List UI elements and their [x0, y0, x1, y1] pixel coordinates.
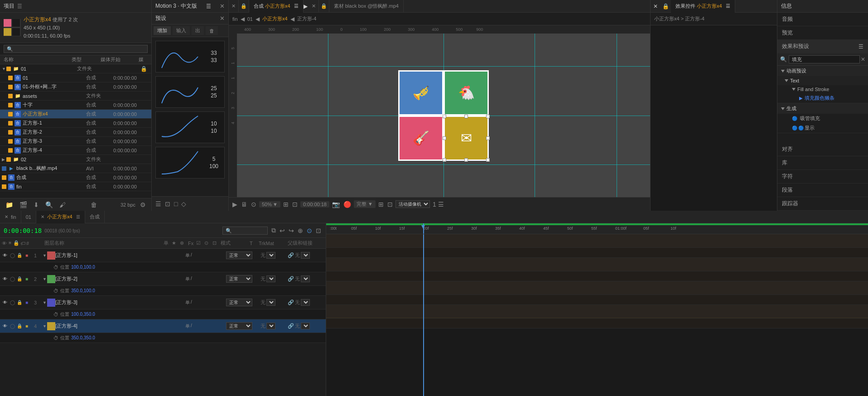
motion-btn-2[interactable]: ⊡	[164, 199, 171, 208]
toolbar-stereo-icon[interactable]: ⊡	[386, 200, 394, 209]
motion-menu-icon[interactable]: ☰	[206, 3, 211, 10]
layer-row-1[interactable]: 👁 ◯ 🔒 ■ 1 ▼ [正方形-1] 单 /	[0, 249, 326, 262]
stopwatch-icon-2[interactable]: ⏱	[53, 288, 58, 294]
tracker-section[interactable]: 跟踪器	[777, 197, 868, 211]
toolbar-full-icon[interactable]: ⊞	[377, 200, 385, 209]
nav-prev2-btn[interactable]: ◀	[256, 16, 260, 22]
solo-icon-4[interactable]: ◯	[9, 323, 15, 329]
toolbar-safe-zones-icon[interactable]: ⊡	[291, 200, 299, 209]
effects-tab-main[interactable]: 效果控件 小正方形x4 ☰	[671, 0, 735, 13]
layer-4-trk-select[interactable]	[266, 323, 275, 329]
motion-close-btn[interactable]: ✕	[220, 3, 225, 10]
lock-icon-4[interactable]: 🔒	[16, 323, 23, 329]
effects-menu-icon[interactable]: ☰	[858, 43, 863, 50]
eye-icon-2[interactable]: 👁	[2, 276, 8, 282]
close-icon-2[interactable]: ✕	[312, 3, 316, 9]
layer-4-expand[interactable]: ▼	[43, 324, 47, 328]
layer-1-expand[interactable]: ▼	[43, 253, 47, 258]
eye-icon-1[interactable]: 👁	[2, 252, 8, 259]
tl-icon-2[interactable]: ↩	[279, 226, 286, 235]
viewer-tab-menu-icon[interactable]: ☰	[294, 3, 299, 9]
list-item[interactable]: 合 fin 合成 0:00:00:00	[0, 182, 151, 191]
tl-icon-6[interactable]: ⊡	[315, 226, 322, 235]
paint-btn[interactable]: 🖌	[58, 200, 68, 209]
layer-1-parent-select[interactable]	[301, 252, 310, 259]
display-item[interactable]: 🔵 🔵 显示	[777, 123, 868, 133]
label-icon-1[interactable]: ■	[24, 252, 30, 259]
layer-1-mode-select[interactable]: 正常	[226, 251, 252, 259]
stopwatch-icon-4[interactable]: ⏱	[53, 335, 58, 341]
list-item[interactable]: 合 01-外框+网...字 合成 0:00:00:00	[0, 82, 151, 92]
layer-1-trk-select[interactable]	[266, 252, 275, 259]
effects-search-clear-btn[interactable]: ✕	[861, 56, 865, 63]
timeline-tab-fin[interactable]: ✕ fin	[0, 211, 21, 223]
align-section[interactable]: 对齐	[777, 143, 868, 156]
expand-arrow-icon[interactable]: ▶	[2, 157, 6, 162]
list-item[interactable]: 合 正方形-3 合成 0:00:00:00	[0, 137, 151, 146]
tl-icon-1[interactable]: ⧉	[270, 226, 277, 235]
camera-select[interactable]: 活动摄像机	[395, 200, 430, 208]
stopwatch-icon-3[interactable]: ⏱	[53, 312, 58, 317]
lock-icon-2[interactable]: 🔒	[16, 276, 23, 282]
tab-increase[interactable]: 增加	[154, 26, 171, 35]
tab-delete[interactable]: 🗑	[206, 26, 218, 35]
motion-btn-3[interactable]: □	[173, 199, 178, 208]
solo-icon-3[interactable]: ◯	[9, 299, 15, 306]
char-section[interactable]: 字符	[777, 170, 868, 184]
solo-icon-2[interactable]: ◯	[9, 276, 15, 282]
paragraph-section[interactable]: 段落	[777, 184, 868, 197]
layer-3-parent-select[interactable]	[301, 299, 310, 306]
list-item[interactable]: 合 合成 合成 0:00:00:00	[0, 173, 151, 182]
layer-2-trk-select[interactable]	[266, 275, 275, 282]
layer-4-mode-select[interactable]: 正常	[226, 322, 252, 330]
lock-icon-3[interactable]: 🔒	[16, 299, 23, 306]
list-item[interactable]: 合 正方形-2 合成 0:00:00:00	[0, 128, 151, 137]
timeline-tab-hecheng[interactable]: 合成	[85, 211, 105, 223]
layer-2-mode-select[interactable]: 正常	[226, 275, 252, 283]
tl-icon-4[interactable]: ⊕	[297, 226, 304, 235]
preview-section[interactable]: 预览	[777, 26, 868, 40]
label-icon-3[interactable]: ■	[24, 299, 30, 306]
tl-icon-5[interactable]: ⊙	[306, 226, 313, 235]
fill-stroke-item[interactable]: Fill and Stroke	[777, 85, 868, 93]
layer-row-3[interactable]: 👁 ◯ 🔒 ■ 3 ▼ [正方形-3] 单 /	[0, 296, 326, 309]
layer-3-trk-select[interactable]	[266, 299, 275, 306]
layer-row-2[interactable]: 👁 ◯ 🔒 ■ 2 ▼ [正方形-2] 单 /	[0, 272, 326, 286]
library-section[interactable]: 库	[777, 156, 868, 170]
list-item[interactable]: ▶ black b...枫醉.mp4 AVI 0:00:00:00	[0, 164, 151, 173]
toolbar-ram-icon[interactable]: ▶	[231, 200, 238, 209]
render-btn[interactable]: ⚙	[138, 200, 148, 209]
viewer-tab-expand[interactable]: ▶	[304, 3, 309, 10]
animation-presets-header[interactable]: 动画预设	[777, 66, 868, 76]
project-menu-icon[interactable]: ☰	[17, 3, 22, 10]
preset-close-btn[interactable]: ✕	[220, 15, 225, 22]
fill-color-item[interactable]: ▶ 填充颜色獭条	[777, 93, 868, 103]
motion-btn-1[interactable]: ☰	[154, 199, 162, 208]
list-item[interactable]: 📁 assets 文件夹	[0, 92, 151, 101]
new-item-btn[interactable]: ⬇	[32, 200, 41, 209]
text-section[interactable]: Text	[777, 76, 868, 85]
close-icon[interactable]: ✕	[231, 3, 236, 9]
effects-presets-section[interactable]: 效果和预设 ☰	[777, 40, 868, 53]
layer-2-parent-select[interactable]	[301, 275, 310, 282]
search-btn[interactable]: 🔍	[43, 200, 55, 209]
list-item[interactable]: 合 小正方形x4 合成 0:00:00:00	[0, 110, 151, 119]
lock-icon-1[interactable]: 🔒	[16, 252, 23, 259]
effects-tab-menu[interactable]: ☰	[726, 3, 730, 9]
list-item[interactable]: ▶ 📁 02 文件夹	[0, 155, 151, 164]
list-item[interactable]: ▼ 📁 01 文件夹 🔒	[0, 64, 151, 73]
zoom-control[interactable]: 50% ▼	[259, 201, 280, 208]
list-item[interactable]: 合 01 合成 0:00:00:00	[0, 73, 151, 82]
new-folder-btn[interactable]: 📁	[4, 200, 15, 209]
timeline-tab-01[interactable]: 01	[21, 211, 36, 223]
layer-row-4[interactable]: 👁 ◯ 🔒 ■ 4 ▼ [正方形-4] 单 /	[0, 319, 326, 333]
layer-3-mode-select[interactable]: 正常	[226, 299, 252, 306]
eye-icon-3[interactable]: 👁	[2, 299, 8, 306]
nav-prev-btn[interactable]: ◀	[241, 16, 245, 22]
timeline-search-input[interactable]	[222, 227, 268, 235]
toolbar-view-btn[interactable]: 1 ☰	[432, 200, 445, 209]
viewer-tab-footage[interactable]: 素材 black box @惜枫醉.mp4	[329, 0, 404, 13]
label-icon-4[interactable]: ■	[24, 323, 30, 329]
list-item[interactable]: 合 十字 合成 0:00:00:00	[0, 101, 151, 110]
toolbar-wireframe-icon[interactable]: ⊙	[250, 200, 257, 209]
